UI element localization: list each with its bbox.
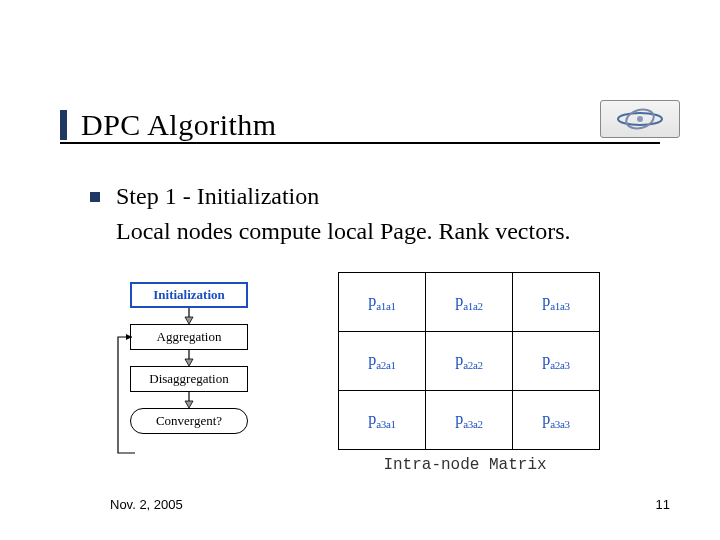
flow-step-label: Aggregation (157, 329, 222, 345)
matrix-cell: pa1a2 (426, 273, 513, 332)
footer-date: Nov. 2, 2005 (110, 497, 183, 512)
flow-step-initialization: Initialization (130, 282, 248, 308)
matrix-cell: pa1a1 (339, 273, 426, 332)
matrix-cell: pa2a2 (426, 332, 513, 391)
slide-title: DPC Algorithm (81, 108, 277, 142)
matrix-cell: pa1a3 (513, 273, 600, 332)
title-left: DPC Algorithm (60, 108, 277, 142)
matrix-cell: pa2a1 (339, 332, 426, 391)
matrix-cell: pa3a1 (339, 391, 426, 450)
slide: DPC Algorithm Step 1 - Initialization Lo… (0, 0, 720, 540)
matrix-cell: pa3a3 (513, 391, 600, 450)
logo-graphic (615, 108, 665, 130)
flow-arrow-down-icon (130, 392, 248, 408)
svg-marker-9 (185, 401, 193, 408)
title-underline (60, 142, 660, 144)
bullet-line-1: Step 1 - Initialization (90, 180, 680, 214)
body-bullet: Step 1 - Initialization Local nodes comp… (90, 180, 680, 248)
flowchart: Initialization Aggregation Disaggregatio… (130, 282, 300, 434)
flow-arrow-down-icon (130, 350, 248, 366)
flow-step-label: Disaggregation (149, 371, 228, 387)
matrix-figure: pa1a1 pa1a2 pa1a3 pa2a1 pa2a2 pa2a3 pa3a… (338, 272, 592, 474)
title-row: DPC Algorithm (60, 100, 680, 142)
matrix-cell: pa2a3 (513, 332, 600, 391)
flow-arrow-down-icon (130, 308, 248, 324)
footer-page-number: 11 (656, 497, 670, 512)
matrix-caption: Intra-node Matrix (338, 456, 592, 474)
matrix-cell: pa3a2 (426, 391, 513, 450)
bullet-text-2: Local nodes compute local Page. Rank vec… (116, 214, 680, 249)
flow-step-aggregation: Aggregation (130, 324, 248, 350)
flow-step-convergent: Convergent? (130, 408, 248, 434)
svg-marker-7 (185, 359, 193, 366)
svg-marker-5 (185, 317, 193, 324)
svg-point-2 (637, 116, 643, 122)
flow-step-label: Initialization (153, 287, 225, 303)
logo-badge (600, 100, 680, 138)
square-bullet-icon (90, 192, 100, 202)
intra-node-matrix: pa1a1 pa1a2 pa1a3 pa2a1 pa2a2 pa2a3 pa3a… (338, 272, 600, 450)
flow-step-label: Convergent? (156, 413, 222, 429)
title-accent-bar (60, 110, 67, 140)
flow-step-disaggregation: Disaggregation (130, 366, 248, 392)
bullet-text-1: Step 1 - Initialization (116, 180, 319, 214)
